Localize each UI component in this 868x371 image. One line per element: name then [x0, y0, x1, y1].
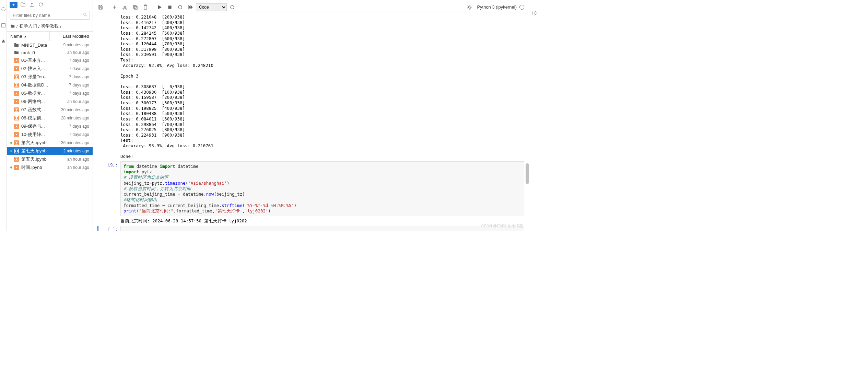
svg-rect-19: [14, 124, 19, 128]
file-modified: 7 days ago: [52, 74, 89, 79]
file-row[interactable]: 05-数据变...7 days ago: [7, 89, 93, 97]
file-row[interactable]: 02-快速入...7 days ago: [7, 65, 93, 73]
file-modified: 7 days ago: [52, 124, 89, 129]
file-row[interactable]: 06-网络构...an hour ago: [7, 97, 93, 106]
interrupt-button[interactable]: [165, 3, 175, 11]
column-modified[interactable]: Last Modified: [49, 32, 93, 41]
file-modified: 28 minutes ago: [52, 116, 89, 120]
cell-prompt: [98, 13, 120, 161]
file-row[interactable]: 10-使用静...7 days ago: [7, 130, 93, 139]
svg-rect-18: [15, 117, 17, 119]
restart-button[interactable]: [175, 3, 185, 11]
file-row[interactable]: 04-数据集D...7 days ago: [7, 81, 93, 89]
new-folder-button[interactable]: [20, 1, 26, 9]
run-button[interactable]: [155, 3, 164, 11]
svg-rect-10: [15, 84, 17, 86]
cut-button[interactable]: [120, 3, 130, 11]
svg-rect-12: [15, 92, 17, 94]
file-modified: an hour ago: [52, 165, 89, 170]
file-name: 01-基本介...: [21, 57, 52, 63]
training-output: loss: 0.221048 [200/938] loss: 0.416217 …: [120, 13, 524, 161]
file-row[interactable]: 03-张量Ten...7 days ago: [7, 73, 93, 81]
watermark: CSDN @IT海中的小浪花: [481, 223, 523, 229]
svg-rect-17: [14, 116, 19, 120]
sidebar-icon[interactable]: [1, 23, 6, 29]
refresh-button[interactable]: [37, 1, 44, 9]
kernel-settings-button[interactable]: [465, 3, 474, 11]
extension-icon[interactable]: [1, 39, 6, 45]
svg-rect-13: [14, 100, 19, 104]
upload-button[interactable]: [28, 1, 35, 9]
file-name: 03-张量Ten...: [21, 74, 52, 80]
activity-bar: [0, 0, 7, 231]
save-button[interactable]: [96, 3, 105, 11]
svg-rect-27: [14, 157, 19, 161]
file-modified: 30 minutes ago: [52, 107, 89, 112]
file-row[interactable]: 时间.ipynban hour ago: [7, 163, 93, 172]
file-row[interactable]: 01-基本介...7 days ago: [7, 56, 93, 65]
svg-rect-28: [15, 158, 17, 160]
svg-rect-5: [14, 67, 19, 71]
file-modified: 7 days ago: [52, 91, 89, 96]
new-launcher-button[interactable]: +: [10, 2, 17, 8]
column-name[interactable]: Name ▲: [7, 32, 49, 41]
svg-rect-11: [14, 91, 19, 95]
right-sidebar: [530, 0, 538, 231]
insert-cell-button[interactable]: [110, 3, 119, 11]
svg-rect-24: [15, 142, 17, 144]
copy-button[interactable]: [130, 3, 140, 11]
file-row[interactable]: 第七天.ipynb2 minutes ago: [7, 147, 93, 155]
render-button[interactable]: [227, 3, 237, 11]
sidebar-icon[interactable]: [1, 7, 6, 13]
svg-rect-33: [133, 5, 136, 8]
output-cell: loss: 0.221048 [200/938] loss: 0.416217 …: [98, 13, 524, 161]
main-panel: Code Python 3 (ipykernel) loss: 0.221048…: [93, 0, 530, 231]
file-name: 07-函数式...: [21, 107, 52, 113]
file-modified: 7 days ago: [52, 66, 89, 71]
svg-rect-4: [15, 59, 17, 61]
svg-rect-30: [15, 166, 17, 169]
cell-type-select[interactable]: Code: [196, 3, 227, 11]
file-modified: 2 minutes ago: [52, 149, 89, 153]
file-row[interactable]: 09-保存与...7 days ago: [7, 122, 93, 130]
breadcrumb[interactable]: / 初学入门 / 初学教程 /: [7, 21, 93, 31]
file-name: 第五天.ipynb: [21, 156, 52, 162]
file-name: 第七天.ipynb: [21, 148, 52, 154]
file-modified: an hour ago: [52, 157, 89, 162]
file-name: 第六天.ipynb: [21, 140, 52, 146]
file-name: rank_0: [21, 50, 52, 55]
file-row[interactable]: 第六天.ipynb36 minutes ago: [7, 139, 93, 147]
svg-rect-34: [134, 7, 137, 9]
file-row[interactable]: rank_0an hour ago: [7, 49, 93, 56]
svg-rect-21: [14, 132, 19, 137]
notebook-icon: [14, 107, 19, 113]
empty-code-cell[interactable]: [ ]:: [97, 226, 524, 231]
svg-rect-1: [1, 24, 5, 27]
running-indicator: [10, 166, 12, 169]
svg-point-2: [84, 13, 86, 15]
restart-run-all-button[interactable]: [186, 3, 195, 11]
file-row[interactable]: 第五天.ipynban hour ago: [7, 155, 93, 163]
file-name: 时间.ipynb: [21, 164, 52, 171]
svg-point-0: [1, 8, 5, 11]
code-editor[interactable]: from datetime import datetime import pyt…: [121, 162, 524, 216]
property-inspector-icon[interactable]: [531, 10, 537, 17]
notebook-icon: [14, 156, 19, 162]
file-modified: an hour ago: [52, 50, 89, 55]
code-cell[interactable]: [9]: from datetime import datetime impor…: [98, 161, 524, 216]
scrollbar-thumb[interactable]: [526, 163, 529, 184]
kernel-name[interactable]: Python 3 (ipykernel): [477, 4, 517, 10]
file-row[interactable]: MNIST_Data9 minutes ago: [7, 41, 93, 49]
filter-input[interactable]: [10, 11, 90, 20]
search-icon: [83, 12, 88, 17]
svg-rect-14: [15, 101, 17, 103]
paste-button[interactable]: [141, 3, 150, 11]
file-row[interactable]: 08-模型训...28 minutes ago: [7, 114, 93, 122]
code-editor[interactable]: [121, 226, 524, 231]
file-name: MNIST_Data: [21, 43, 52, 48]
svg-rect-29: [14, 165, 19, 170]
file-row[interactable]: 07-函数式...30 minutes ago: [7, 106, 93, 114]
notebook-icon: [14, 91, 19, 96]
notebook-content: loss: 0.221048 [200/938] loss: 0.416217 …: [93, 12, 530, 231]
svg-rect-6: [15, 68, 17, 70]
